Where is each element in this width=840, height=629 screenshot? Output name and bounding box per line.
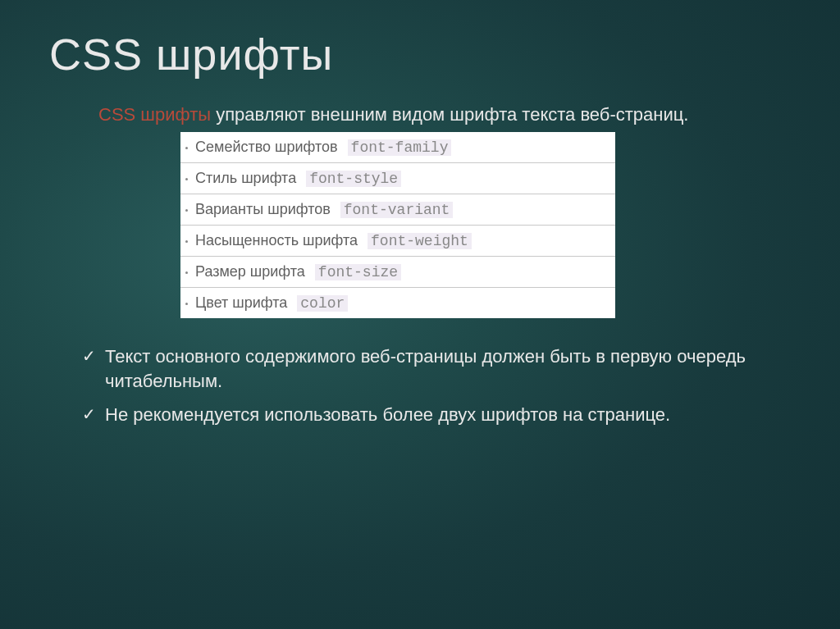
properties-table: Семейство шрифтов font-family Стиль шриф… <box>180 132 615 318</box>
row-label: Насыщенность шрифта <box>195 232 358 249</box>
intro-text: CSS шрифты управляют внешним видом шрифт… <box>98 103 791 127</box>
row-code: font-variant <box>340 202 454 218</box>
row-code: font-weight <box>368 233 472 249</box>
row-label: Семейство шрифтов <box>195 139 338 156</box>
slide-title: CSS шрифты <box>49 29 791 80</box>
table-row: Размер шрифта font-size <box>180 257 615 288</box>
table-row: Семейство шрифтов font-family <box>180 132 615 163</box>
row-code: font-style <box>306 171 401 187</box>
list-item: Не рекомендуется использовать более двух… <box>82 403 791 428</box>
row-label: Стиль шрифта <box>195 170 296 187</box>
row-code: color <box>297 295 348 312</box>
intro-emphasis: CSS шрифты <box>98 104 211 125</box>
row-label: Варианты шрифтов <box>195 201 331 218</box>
row-label: Цвет шрифта <box>195 294 287 312</box>
row-code: font-family <box>348 139 452 156</box>
table-row: Насыщенность шрифта font-weight <box>180 226 615 257</box>
bullet-list: Текст основного содержимого веб-страницы… <box>82 344 791 428</box>
table-row: Стиль шрифта font-style <box>180 163 615 194</box>
intro-rest: управляют внешним видом шрифта текста ве… <box>211 104 688 125</box>
table-row: Цвет шрифта color <box>180 288 615 318</box>
slide: CSS шрифты CSS шрифты управляют внешним … <box>0 0 840 428</box>
row-label: Размер шрифта <box>195 263 305 280</box>
row-code: font-size <box>315 264 401 280</box>
list-item: Текст основного содержимого веб-страницы… <box>82 344 791 395</box>
table-row: Варианты шрифтов font-variant <box>180 194 615 226</box>
